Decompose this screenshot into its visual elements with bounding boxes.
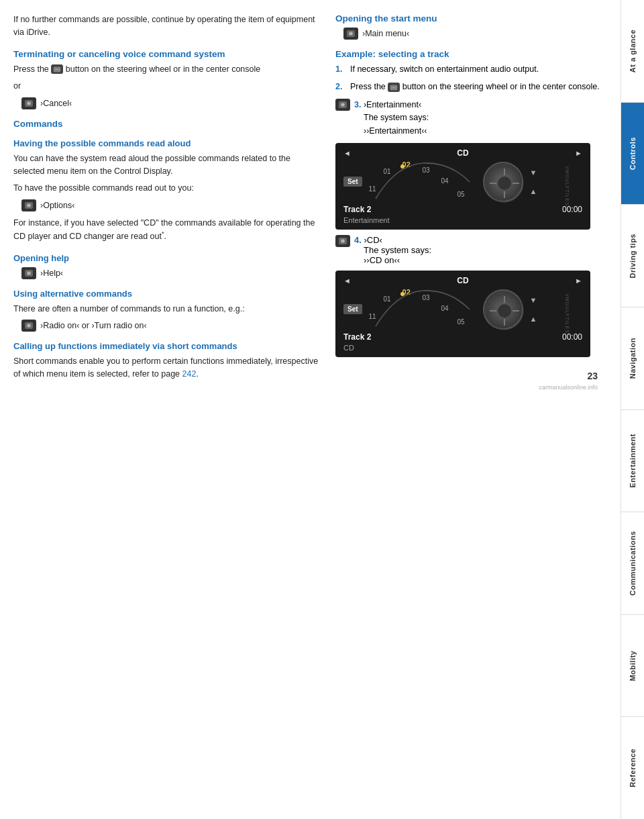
cd-nav-right-1: ► (575, 149, 582, 157)
help-command-row: ›Help‹ (21, 267, 322, 279)
cd-set-btn-1[interactable]: Set (343, 177, 362, 187)
cd-display-2: VMGULFTILES ◄ CD ► Set 11 01 02 03 04 05 (335, 271, 590, 357)
sidebar-item-mobility[interactable]: Mobility (621, 615, 644, 718)
svg-rect-2 (56, 68, 58, 70)
step-3-num: 3. (354, 100, 361, 109)
page-number: 23 (587, 371, 598, 381)
step-1: 1. If necessary, switch on entertainment… (335, 63, 604, 76)
track-arc-svg-2 (369, 289, 476, 330)
steps-list: 1. If necessary, switch on entertainment… (335, 63, 604, 138)
opening-start-heading: Opening the start menu (335, 13, 604, 23)
step-3-system: The system says: (364, 113, 429, 122)
steering-button-icon (51, 64, 63, 74)
voice-icon-step4 (335, 235, 350, 247)
svg-rect-11 (28, 272, 30, 274)
cd-time-1: 00:00 (562, 205, 582, 214)
terminating-or: or (13, 80, 322, 93)
sidebar-label-driving-tips: Driving tips (629, 234, 637, 279)
cd-bottom-label-2: CD (343, 344, 582, 352)
step-4-num: 4. (354, 235, 362, 245)
step-2-num: 2. (335, 81, 345, 93)
svg-rect-33 (341, 240, 344, 242)
website-footer: carmanualsonline.info (335, 381, 604, 391)
cd-right-indicators-2: ▼ ▲ (530, 296, 537, 323)
cd-display-1-body: Set 11 01 02 03 04 05 (343, 162, 582, 202)
cd-nav-label-2: CD (457, 276, 468, 285)
cd-time-2: 00:00 (562, 332, 582, 342)
step-3-response: ››Entertainment‹‹ (364, 126, 427, 136)
sidebar-label-communications: Communications (629, 531, 637, 595)
page-link[interactable]: 242 (182, 369, 197, 379)
right-column: Opening the start menu ›Main menu‹ Examp… (335, 13, 604, 806)
cd-display-2-header: ◄ CD ► (343, 276, 582, 285)
website-text: carmanualsonline.info (539, 384, 598, 391)
cd-right-indicators-1: ▼ ▲ (530, 168, 537, 195)
sidebar-label-mobility: Mobility (629, 651, 637, 681)
cd-nav-label-1: CD (457, 148, 468, 158)
calling-up-heading: Calling up functions immediately via sho… (13, 341, 322, 351)
sidebar-label-at-a-glance: At a glance (629, 30, 637, 73)
voice-icon-main-menu (343, 28, 358, 40)
cd-watermark-2: VMGULFTILES (566, 294, 570, 334)
cd-display-1-header: ◄ CD ► (343, 148, 582, 158)
voice-icon-step3 (335, 99, 350, 111)
using-alt-heading: Using alternative commands (13, 289, 322, 299)
cd-dial-2 (483, 289, 523, 330)
cd-nav-left-1: ◄ (343, 149, 351, 157)
cd-track-label-1: Track 2 (343, 205, 371, 214)
cancel-cmd-text: ›Cancel‹ (40, 99, 72, 108)
terminating-heading: Terminating or canceling voice command s… (13, 49, 322, 59)
svg-point-36 (498, 304, 511, 318)
sidebar-label-controls: Controls (629, 137, 637, 170)
svg-rect-8 (28, 204, 30, 206)
main-menu-cmd-text: ›Main menu‹ (362, 29, 409, 38)
step-1-num: 1. (335, 63, 345, 76)
calling-up-body: Short commands enable you to perform cer… (13, 355, 322, 381)
cd-nav-right-2: ► (575, 277, 582, 285)
options-cmd-text: ›Options‹ (40, 201, 74, 210)
main-menu-command-row: ›Main menu‹ (343, 28, 604, 40)
sidebar-item-reference[interactable]: Reference (621, 717, 644, 819)
svg-rect-17 (350, 33, 352, 35)
voice-icon-help (21, 267, 36, 279)
cd-bottom-bar-1: Track 2 00:00 (343, 205, 582, 214)
svg-rect-20 (393, 87, 395, 89)
cd-ent-label-1: Entertainment (343, 216, 582, 224)
sidebar-item-driving-tips[interactable]: Driving tips (621, 205, 644, 307)
cd-track-arc-1: 11 01 02 03 04 05 (369, 162, 476, 202)
svg-point-24 (400, 164, 405, 168)
having-body3: For instance, if you have selected "CD" … (13, 217, 322, 244)
voice-icon-radio (21, 320, 36, 332)
sidebar-item-at-a-glance[interactable]: At a glance (621, 0, 644, 103)
sidebar-label-entertainment: Entertainment (629, 434, 637, 487)
step-4-response: ››CD on‹‹ (364, 255, 400, 265)
svg-rect-5 (28, 102, 30, 104)
cd-track-label-2: Track 2 (343, 332, 371, 342)
steering-button-icon-2 (388, 83, 400, 92)
sidebar-item-communications[interactable]: Communications (621, 512, 644, 615)
step-3-icon-wrap (335, 99, 350, 111)
page-footer: 23 (335, 371, 604, 381)
sidebar-item-navigation[interactable]: Navigation (621, 307, 644, 410)
step-2-text: Press the button on the steering wheel o… (350, 81, 604, 93)
cd-display-2-body: Set 11 01 02 03 04 05 (343, 289, 582, 330)
cd-display-1: VMGULFTILES ◄ CD ► Set 11 01 02 03 04 05 (335, 143, 590, 230)
cd-bottom-bar-2: Track 2 00:00 (343, 332, 582, 342)
cd-watermark-1: VMGULFTILES (566, 166, 570, 207)
voice-icon-options (21, 199, 36, 211)
step-4-content: 4. ›CD‹ The system says: ››CD on‹‹ (354, 235, 431, 265)
opening-help-heading: Opening help (13, 253, 322, 263)
left-column: If no further commands are possible, con… (13, 13, 322, 806)
svg-rect-14 (28, 324, 30, 326)
radio-cmd-text: ›Radio on‹ or ›Turn radio on‹ (40, 321, 147, 330)
sidebar-label-navigation: Navigation (629, 338, 637, 379)
using-alt-body: There are often a number of commands to … (13, 303, 322, 316)
sidebar-item-controls[interactable]: Controls (621, 103, 644, 205)
cd-nav-left-2: ◄ (343, 277, 351, 285)
sidebar-item-entertainment[interactable]: Entertainment (621, 410, 644, 513)
having-heading: Having the possible commands read aloud (13, 138, 322, 148)
track-arc-svg-1 (369, 162, 476, 202)
cd-set-btn-2[interactable]: Set (343, 304, 362, 314)
terminating-body: Press the button on the steering wheel o… (13, 63, 322, 76)
step-4-row: 4. ›CD‹ The system says: ››CD on‹‹ (335, 235, 604, 265)
